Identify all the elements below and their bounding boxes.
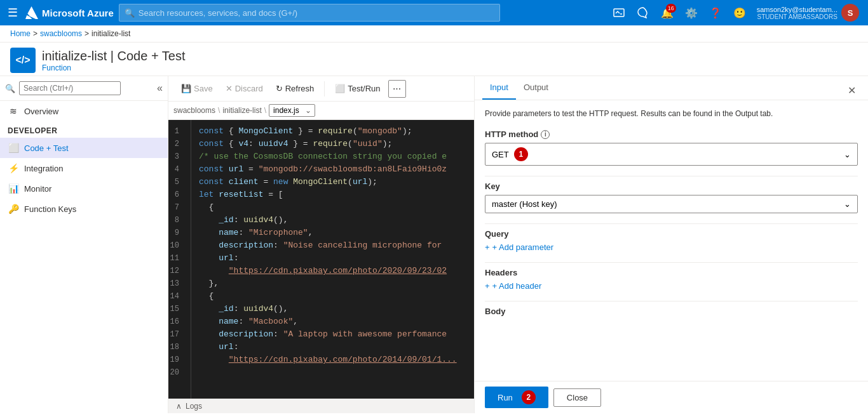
notifications-badge: 16: [666, 4, 676, 13]
sidebar-search-area: 🔍 «: [0, 76, 168, 101]
key-section: Key master (Host key) ⌄: [485, 182, 858, 213]
query-label: Query: [485, 229, 858, 239]
add-header-icon: +: [485, 281, 490, 291]
code-line-7: let resetList = [: [199, 189, 474, 201]
path-part2: initialize-list: [222, 106, 261, 115]
path-sep1: \: [218, 106, 220, 115]
add-header-btn[interactable]: + + Add header: [485, 281, 541, 291]
settings-btn[interactable]: ⚙️: [681, 2, 702, 23]
title-area: initialize-list | Code + Test Function: [42, 49, 185, 72]
avatar: S: [841, 4, 859, 22]
breadcrumb: Home > swacblooms > initialize-list: [0, 25, 868, 43]
breadcrumb-current: initialize-list: [92, 29, 130, 38]
code-line-13: "https://cdn.pixabay.com/photo/2020/09/2…: [199, 265, 474, 277]
divider1: [485, 176, 858, 176]
function-icon: </>: [10, 48, 36, 73]
feedback2-btn[interactable]: 🙂: [729, 2, 750, 23]
key-label: Key: [485, 182, 858, 191]
monitor-icon: 📊: [8, 183, 19, 194]
logs-label: Logs: [186, 402, 202, 411]
run-button[interactable]: Run 2: [485, 387, 548, 408]
code-content[interactable]: const { MongoClient } = require("mongodb…: [191, 120, 474, 399]
sidebar-item-integration[interactable]: ⚡ Integration: [0, 158, 168, 178]
query-section: Query + + Add parameter: [485, 229, 858, 252]
feedback-btn[interactable]: [632, 2, 654, 23]
add-parameter-btn[interactable]: + + Add parameter: [485, 242, 553, 252]
save-icon: 💾: [181, 84, 191, 93]
toolbar-divider: [324, 81, 325, 96]
code-line-1: const { MongoClient } = require("mongodb…: [199, 125, 474, 138]
breadcrumb-swacblooms[interactable]: swacblooms: [40, 29, 82, 38]
panel-footer: Run 2 Close: [475, 381, 868, 413]
path-part1: swacblooms: [173, 106, 215, 115]
code-line-3: /* use the CosmosDB connection string yo…: [199, 150, 474, 163]
top-navigation: ☰ Microsoft Azure 🔍 🔔 16 ⚙️ ❓ 🙂 samson2k…: [0, 0, 868, 25]
breadcrumb-home[interactable]: Home: [10, 29, 31, 38]
overview-icon: ≋: [8, 106, 19, 116]
panel-tabs: Input Output: [475, 76, 868, 100]
sidebar-item-overview[interactable]: ≋ Overview: [0, 101, 168, 121]
http-method-info-icon[interactable]: i: [541, 130, 550, 139]
search-input[interactable]: [139, 8, 494, 18]
sidebar-section-developer: Developer: [0, 121, 168, 138]
divider2: [485, 223, 858, 224]
user-profile[interactable]: samson2ky@studentam... STUDENT AMBASSADO…: [753, 4, 863, 22]
notifications-btn[interactable]: 🔔 16: [656, 2, 678, 23]
code-line-5: const client = new MongoClient(url);: [199, 176, 474, 189]
http-method-dropdown[interactable]: GET 1 ⌄: [485, 143, 858, 166]
function-keys-icon: 🔑: [8, 204, 19, 214]
sidebar-item-code-test[interactable]: ⬜ Code + Test: [0, 138, 168, 158]
code-line-20: "https://cdn.pixabay.com/photo/2014/09/0…: [199, 354, 474, 366]
test-run-button[interactable]: ⬜ Test/Run: [330, 81, 385, 96]
discard-button[interactable]: ✕ Discard: [220, 81, 268, 96]
body-section: Body: [485, 307, 858, 316]
key-value: master (Host key): [492, 199, 557, 209]
global-search[interactable]: 🔍: [119, 4, 500, 22]
code-test-icon: ⬜: [8, 143, 19, 153]
code-editor: 1 2 3 4 5 6 7 8 9 10 11 12 13 14 15 16 1…: [168, 120, 474, 399]
add-param-icon: +: [485, 242, 490, 252]
panel-description: Provide parameters to test the HTTP requ…: [485, 108, 858, 119]
panel-body: Provide parameters to test the HTTP requ…: [475, 100, 868, 381]
hamburger-menu[interactable]: ☰: [5, 3, 20, 22]
code-line-10: name: "Microphone",: [199, 227, 474, 239]
breadcrumb-sep2: >: [85, 29, 89, 38]
file-dropdown[interactable]: index.js: [269, 104, 315, 117]
key-dropdown[interactable]: master (Host key) ⌄: [485, 195, 858, 213]
save-button[interactable]: 💾 Save: [176, 81, 218, 96]
panel-close-btn[interactable]: ✕: [843, 81, 860, 99]
line-numbers: 1 2 3 4 5 6 7 8 9 10 11 12 13 14 15 16 1…: [168, 120, 191, 399]
sidebar-search-input[interactable]: [19, 81, 121, 95]
more-options-btn[interactable]: ···: [388, 80, 406, 98]
run-step-badge: 2: [522, 390, 536, 404]
page-title: initialize-list | Code + Test: [42, 49, 185, 63]
headers-section: Headers + + Add header: [485, 268, 858, 291]
code-line-9: _id: uuidv4(),: [199, 214, 474, 227]
run-label: Run: [498, 393, 513, 402]
right-panel: ✕ Input Output Provide parameters to tes…: [474, 76, 868, 413]
key-chevron: ⌄: [844, 199, 851, 209]
code-line-12: url:: [199, 252, 474, 265]
close-panel-button[interactable]: Close: [553, 388, 601, 407]
help-btn[interactable]: ❓: [705, 2, 726, 23]
main-layout: 🔍 « ≋ Overview Developer ⬜ Code + Test ⚡…: [0, 76, 868, 413]
logs-bar[interactable]: ∧ Logs: [168, 399, 474, 413]
collapse-sidebar-btn[interactable]: «: [157, 83, 163, 94]
sidebar-item-label-monitor: Monitor: [24, 184, 51, 194]
code-line-4: const url = "mongodb://swacbloomsdb:an8L…: [199, 163, 474, 176]
code-line-18: description: "A laptop with awesome perf…: [199, 328, 474, 341]
sidebar-item-label-code-test: Code + Test: [24, 143, 69, 153]
user-text: samson2ky@studentam... STUDENT AMBASSADO…: [757, 6, 837, 20]
code-line-8: {: [199, 201, 474, 214]
sidebar-item-function-keys[interactable]: 🔑 Function Keys: [0, 199, 168, 219]
search-icon: 🔍: [125, 8, 135, 18]
headers-label: Headers: [485, 268, 858, 277]
cloud-shell-btn[interactable]: [608, 2, 630, 23]
sidebar-item-label-overview: Overview: [24, 107, 58, 116]
refresh-button[interactable]: ↻ Refresh: [271, 81, 320, 96]
file-selector[interactable]: index.js: [269, 104, 315, 117]
sidebar-item-label-integration: Integration: [24, 164, 63, 173]
tab-input[interactable]: Input: [482, 76, 516, 100]
tab-output[interactable]: Output: [516, 76, 556, 100]
sidebar-item-monitor[interactable]: 📊 Monitor: [0, 178, 168, 199]
